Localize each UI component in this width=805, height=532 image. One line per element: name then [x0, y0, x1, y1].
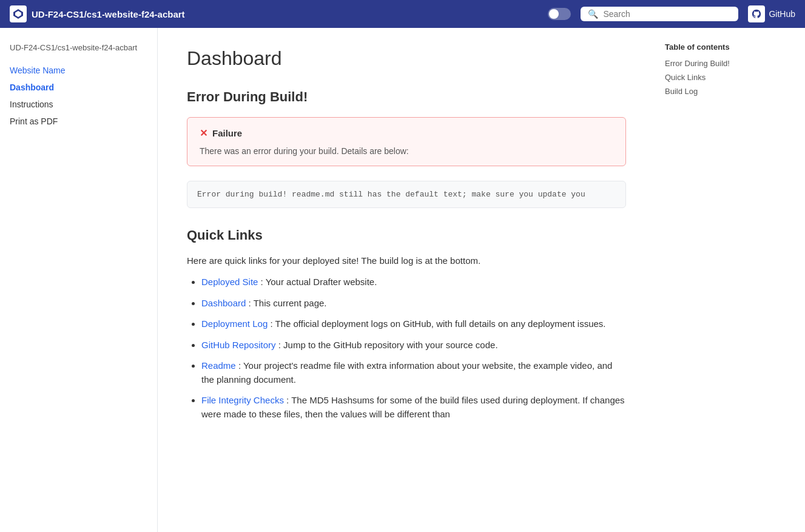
toc-item-error-build[interactable]: Error During Build! — [665, 59, 779, 68]
logo-svg — [12, 8, 24, 20]
toggle-knob — [549, 9, 559, 19]
error-box-label: Failure — [212, 128, 242, 138]
logo-icon — [10, 5, 27, 22]
dashboard-link[interactable]: Dashboard — [201, 298, 246, 308]
file-integrity-link[interactable]: File Integrity Checks — [201, 395, 284, 405]
nav-logo: UD-F24-CS1/cs1-website-f24-acbart — [10, 5, 185, 22]
github-link[interactable]: GitHub — [748, 5, 795, 22]
error-build-section: Error During Build! ✕ Failure There was … — [187, 89, 626, 208]
top-nav: UD-F24-CS1/cs1-website-f24-acbart 🔍 GitH… — [0, 0, 805, 28]
deployment-log-desc: : The official deployment logs on GitHub… — [270, 318, 605, 329]
sidebar-nav: Website Name Dashboard Instructions Prin… — [10, 63, 147, 129]
list-item: Readme : Your project's readme file with… — [201, 359, 626, 386]
error-box-header: ✕ Failure — [200, 127, 613, 139]
toc-title: Table of contents — [665, 42, 779, 52]
theme-toggle[interactable] — [548, 8, 571, 20]
search-icon: 🔍 — [588, 9, 598, 19]
toc-sidebar: Table of contents Error During Build! Qu… — [655, 28, 789, 532]
deployed-site-link[interactable]: Deployed Site — [201, 277, 258, 287]
error-build-heading: Error During Build! — [187, 89, 626, 105]
github-icon — [748, 5, 765, 22]
readme-link[interactable]: Readme — [201, 360, 236, 371]
toc-item-build-log[interactable]: Build Log — [665, 87, 779, 96]
nav-toggle[interactable] — [548, 8, 571, 20]
list-item: File Integrity Checks : The MD5 Hashsums… — [201, 394, 626, 421]
deployment-log-link[interactable]: Deployment Log — [201, 318, 268, 329]
github-logo — [751, 8, 762, 19]
search-bar[interactable]: 🔍 — [581, 7, 738, 21]
sidebar-item-instructions[interactable]: Instructions — [10, 97, 147, 112]
sidebar-item-dashboard[interactable]: Dashboard — [10, 80, 147, 95]
list-item: Deployed Site : Your actual Drafter webs… — [201, 275, 626, 289]
sidebar: UD-F24-CS1/cs1-website-f24-acbart Websit… — [0, 28, 158, 532]
page-layout: UD-F24-CS1/cs1-website-f24-acbart Websit… — [0, 28, 805, 532]
dashboard-desc: : This current page. — [249, 298, 327, 308]
github-repo-link[interactable]: GitHub Repository — [201, 340, 276, 350]
deployed-site-desc: : Your actual Drafter website. — [261, 277, 377, 287]
nav-title: UD-F24-CS1/cs1-website-f24-acbart — [32, 9, 185, 19]
main-content: Dashboard Error During Build! ✕ Failure … — [158, 28, 655, 532]
list-item: Dashboard : This current page. — [201, 297, 626, 311]
github-label: GitHub — [769, 9, 795, 19]
error-code-block: Error during build! readme.md still has … — [187, 181, 626, 208]
error-x-icon: ✕ — [200, 127, 207, 139]
error-box: ✕ Failure There was an error during your… — [187, 117, 626, 166]
sidebar-item-print-as-pdf[interactable]: Print as PDF — [10, 114, 147, 129]
sidebar-item-website-name[interactable]: Website Name — [10, 63, 147, 78]
list-item: Deployment Log : The official deployment… — [201, 317, 626, 331]
toc-list: Error During Build! Quick Links Build Lo… — [665, 59, 779, 96]
readme-desc: : Your project's readme file with extra … — [201, 360, 612, 385]
list-item: GitHub Repository : Jump to the GitHub r… — [201, 338, 626, 352]
quick-links-heading: Quick Links — [187, 227, 626, 243]
github-repo-desc: : Jump to the GitHub repository with you… — [278, 340, 498, 350]
search-input[interactable] — [603, 9, 731, 19]
toc-item-quick-links[interactable]: Quick Links — [665, 73, 779, 82]
error-box-message: There was an error during your build. De… — [200, 146, 613, 156]
quick-links-section: Quick Links Here are quick links for you… — [187, 227, 626, 421]
error-code-text: Error during build! readme.md still has … — [197, 190, 585, 199]
page-title: Dashboard — [187, 47, 626, 70]
quick-links-intro: Here are quick links for your deployed s… — [187, 255, 626, 266]
quick-links-list: Deployed Site : Your actual Drafter webs… — [187, 275, 626, 421]
sidebar-breadcrumb: UD-F24-CS1/cs1-website-f24-acbart — [10, 42, 147, 53]
